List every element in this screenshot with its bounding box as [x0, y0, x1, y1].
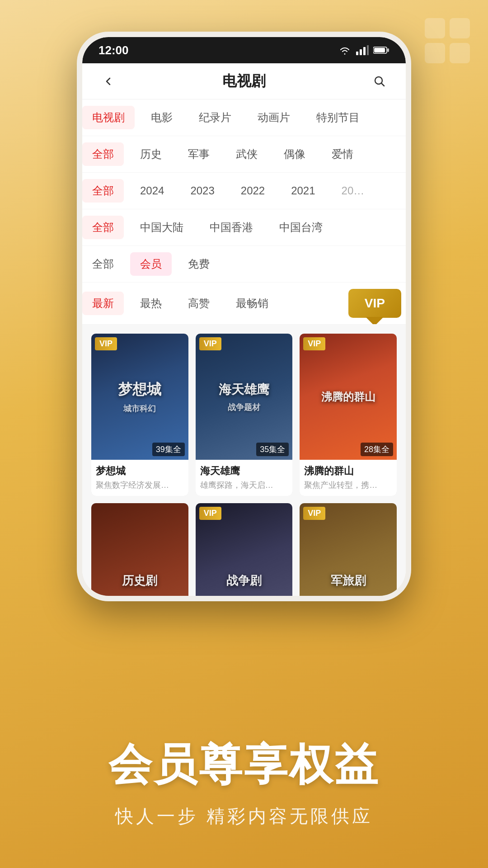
nav-bar: 电视剧 — [82, 63, 406, 99]
episode-count-1: 39集全 — [152, 443, 185, 456]
vip-tag-5: VIP — [199, 507, 221, 520]
filter-tag-hk[interactable]: 中国香港 — [200, 216, 263, 239]
payment-filter-row: 全部 会员 免费 — [82, 246, 406, 283]
filter-tag-history[interactable]: 历史 — [130, 142, 172, 166]
content-card-2[interactable]: 海天雄鹰 战争题材 VIP 35集全 海天雄鹰 雄鹰探路，海天启… — [196, 334, 293, 496]
year-filter-row: 全部 2024 2023 2022 2021 20… — [82, 173, 406, 209]
filter-tag-special[interactable]: 特别节目 — [306, 106, 370, 129]
filter-tag-mainland[interactable]: 中国大陆 — [130, 216, 193, 239]
status-icons — [338, 45, 389, 55]
content-card-1[interactable]: 梦想城 城市科幻 VIP 39集全 梦想城 聚焦数字经济发展… — [91, 334, 188, 496]
card-info-3: 沸腾的群山 聚焦产业转型，携… — [300, 460, 397, 496]
filter-tag-all-payment[interactable]: 全部 — [82, 252, 124, 276]
genre-filter-row: 全部 历史 军事 武侠 偶像 爱情 — [82, 136, 406, 173]
card-thumb-4: 历史剧 — [91, 503, 188, 596]
card-thumb-6: 军旅剧 VIP — [300, 503, 397, 596]
card-desc-1: 聚焦数字经济发展… — [96, 480, 184, 491]
card-info-2: 海天雄鹰 雄鹰探路，海天启… — [196, 460, 293, 496]
promo-title: 会员尊享权益 — [108, 736, 380, 795]
status-time: 12:00 — [99, 43, 129, 57]
card-thumb-5: 战争剧 VIP — [196, 503, 293, 596]
filter-tag-all-region[interactable]: 全部 — [82, 216, 124, 239]
vip-tag-6: VIP — [303, 507, 325, 520]
content-card-4[interactable]: 历史剧 — [91, 503, 188, 596]
vip-tag-2: VIP — [199, 337, 221, 350]
filter-tag-idol[interactable]: 偶像 — [274, 142, 315, 166]
vip-tag-3: VIP — [303, 337, 325, 350]
card-thumb-3: 沸腾的群山 VIP 28集全 — [300, 334, 397, 460]
card-thumb-2: 海天雄鹰 战争题材 VIP 35集全 — [196, 334, 293, 460]
phone-wrapper: 12:00 — [77, 32, 411, 601]
content-area: 梦想城 城市科幻 VIP 39集全 梦想城 聚焦数字经济发展… — [82, 325, 406, 596]
filter-tag-vip-member[interactable]: 会员 — [130, 252, 172, 276]
battery-icon — [373, 46, 389, 54]
filter-tag-doc[interactable]: 纪录片 — [189, 106, 241, 129]
promo-subtitle: 快人一步 精彩内容无限供应 — [115, 804, 372, 829]
card-thumb-1: 梦想城 城市科幻 VIP 39集全 — [91, 334, 188, 460]
card-info-1: 梦想城 聚焦数字经济发展… — [91, 460, 188, 496]
vip-badge-container[interactable]: VIP — [348, 289, 401, 318]
filter-tag-anime[interactable]: 动画片 — [248, 106, 300, 129]
status-bar: 12:00 — [82, 37, 406, 63]
filter-tag-hottest[interactable]: 最热 — [130, 292, 172, 315]
episode-count-2: 35集全 — [256, 443, 289, 456]
card-title-3: 沸腾的群山 — [304, 464, 392, 478]
svg-rect-0 — [425, 18, 445, 38]
svg-rect-6 — [363, 47, 366, 55]
region-filter-row: 全部 中国大陆 中国香港 中国台湾 — [82, 209, 406, 246]
episode-count-3: 28集全 — [361, 443, 393, 456]
filter-tag-2024[interactable]: 2024 — [130, 180, 174, 202]
content-grid: 梦想城 城市科幻 VIP 39集全 梦想城 聚焦数字经济发展… — [91, 334, 397, 596]
back-button[interactable] — [99, 71, 118, 91]
card-desc-2: 雄鹰探路，海天启… — [200, 480, 288, 491]
search-button[interactable] — [370, 71, 389, 91]
category-filter-row: 电视剧 电影 纪录片 动画片 特别节目 — [82, 99, 406, 136]
content-card-3[interactable]: 沸腾的群山 VIP 28集全 沸腾的群山 聚焦产业转型，携… — [300, 334, 397, 496]
filter-tag-2023[interactable]: 2023 — [180, 180, 224, 202]
filter-tag-more-years[interactable]: 20… — [332, 180, 375, 202]
content-card-5[interactable]: 战争剧 VIP — [196, 503, 293, 596]
filter-tag-most-liked[interactable]: 高赞 — [178, 292, 220, 315]
all-filters: 电视剧 电影 纪录片 动画片 特别节目 全部 历史 军事 武侠 偶像 爱情 — [82, 99, 406, 325]
filter-tag-military[interactable]: 军事 — [178, 142, 220, 166]
svg-rect-5 — [360, 49, 362, 55]
phone-screen: 12:00 — [82, 37, 406, 596]
filter-tag-tv[interactable]: 电视剧 — [82, 106, 135, 129]
wifi-icon — [338, 45, 352, 55]
promo-section: 会员尊享权益 快人一步 精彩内容无限供应 — [0, 696, 488, 868]
filter-tag-wuxia[interactable]: 武侠 — [226, 142, 267, 166]
sort-filter-row: 最新 最热 高赞 最畅销 VIP — [82, 283, 406, 325]
filter-tag-all-year[interactable]: 全部 — [82, 179, 124, 203]
filter-tag-2021[interactable]: 2021 — [281, 180, 325, 202]
filter-tag-romance[interactable]: 爱情 — [322, 142, 363, 166]
signal-icon — [356, 45, 369, 55]
svg-rect-10 — [374, 48, 385, 52]
svg-rect-2 — [425, 43, 445, 63]
card-title-1: 梦想城 — [96, 464, 184, 478]
phone-shell: 12:00 — [77, 32, 411, 601]
page-title: 电视剧 — [222, 71, 266, 91]
content-card-6[interactable]: 军旅剧 VIP — [300, 503, 397, 596]
svg-rect-7 — [367, 45, 369, 55]
svg-rect-9 — [387, 48, 389, 52]
filter-tag-2022[interactable]: 2022 — [231, 180, 275, 202]
background-logo — [420, 14, 474, 68]
filter-tag-movie[interactable]: 电影 — [141, 106, 183, 129]
svg-rect-1 — [450, 18, 470, 38]
filter-tag-all-genre[interactable]: 全部 — [82, 142, 124, 166]
vip-tag-1: VIP — [95, 337, 117, 350]
svg-rect-3 — [450, 43, 470, 63]
vip-badge[interactable]: VIP — [348, 289, 401, 318]
filter-tag-tw[interactable]: 中国台湾 — [269, 216, 333, 239]
card-desc-3: 聚焦产业转型，携… — [304, 480, 392, 491]
card-title-2: 海天雄鹰 — [200, 464, 288, 478]
svg-rect-4 — [356, 52, 358, 55]
filter-tag-bestseller[interactable]: 最畅销 — [226, 292, 278, 315]
filter-tag-free[interactable]: 免费 — [178, 252, 220, 276]
filter-tag-newest[interactable]: 最新 — [82, 292, 124, 315]
